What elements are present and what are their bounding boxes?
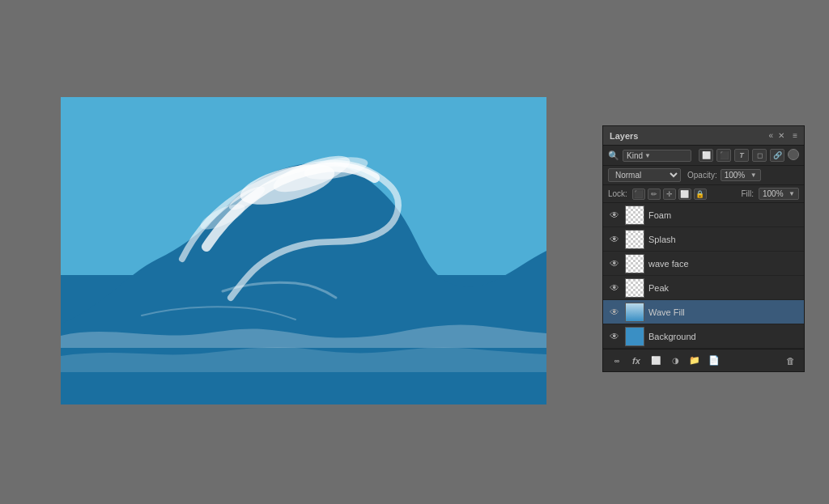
panel-menu-icon[interactable]: ≡ <box>793 131 797 140</box>
panel-footer: ∞ fx ⬜ ◑ 📁 📄 🗑 <box>603 349 804 371</box>
layer-name: wave face <box>648 259 799 269</box>
layer-thumbnail <box>625 327 644 346</box>
layer-thumbnail <box>625 205 644 225</box>
layer-row[interactable]: 👁Peak <box>603 276 804 300</box>
filter-icons: ⬜ ⬛ T ◻ 🔗 <box>699 149 799 162</box>
panel-header: Layers « ✕ ≡ <box>603 126 804 146</box>
layer-name: Foam <box>648 210 799 220</box>
layers-list: 👁Foam👁Splash👁wave face👁Peak👁Wave Fill👁Ba… <box>603 203 804 349</box>
layer-name: Wave Fill <box>648 307 799 317</box>
add-mask-icon[interactable]: ⬜ <box>648 354 663 368</box>
filter-toggle[interactable] <box>788 149 799 160</box>
new-layer-icon[interactable]: 📄 <box>707 354 721 368</box>
layer-row[interactable]: 👁Splash <box>603 227 804 252</box>
filter-type-icon[interactable]: T <box>734 149 749 162</box>
adjustment-icon[interactable]: ◑ <box>668 354 682 368</box>
fill-value[interactable]: 100% <box>763 189 789 198</box>
lock-transparent-btn[interactable]: ⬛ <box>632 188 645 200</box>
lock-label: Lock: <box>608 189 627 198</box>
layer-name: Splash <box>648 235 799 244</box>
filter-image-icon[interactable]: ⬜ <box>699 149 713 162</box>
layer-name: Background <box>648 332 799 341</box>
lock-all-btn[interactable]: 🔒 <box>694 188 707 200</box>
fill-label: Fill: <box>741 189 754 198</box>
link-layers-icon[interactable]: ∞ <box>610 354 624 368</box>
delete-layer-icon[interactable]: 🗑 <box>783 354 797 368</box>
lock-artboard-btn[interactable]: ⬜ <box>678 188 691 200</box>
visibility-eye-icon[interactable]: 👁 <box>608 306 621 319</box>
visibility-eye-icon[interactable]: 👁 <box>608 257 621 270</box>
blend-mode-row: Normal Multiply Screen Overlay Opacity: … <box>603 166 804 185</box>
lock-row: Lock: ⬛ ✏ ✛ ⬜ 🔒 Fill: 100% ▼ <box>603 185 804 203</box>
layer-name: Peak <box>648 283 799 293</box>
fill-arrow[interactable]: ▼ <box>789 190 795 197</box>
kind-dropdown[interactable]: Kind ▼ <box>623 150 691 162</box>
filter-smart-icon[interactable]: 🔗 <box>770 149 784 162</box>
visibility-eye-icon[interactable]: 👁 <box>608 330 621 343</box>
layer-row[interactable]: 👁Foam <box>603 203 804 227</box>
filter-row: 🔍 Kind ▼ ⬜ ⬛ T ◻ 🔗 <box>603 146 804 166</box>
blend-mode-select[interactable]: Normal Multiply Screen Overlay <box>608 168 681 182</box>
opacity-value[interactable]: 100% <box>725 171 750 180</box>
lock-position-btn[interactable]: ✛ <box>663 188 676 200</box>
lock-image-btn[interactable]: ✏ <box>648 188 661 200</box>
kind-chevron: ▼ <box>644 152 651 159</box>
lock-icons: ⬛ ✏ ✛ ⬜ 🔒 <box>632 188 707 200</box>
layer-row[interactable]: 👁Background <box>603 324 804 349</box>
panel-header-icons: « ✕ ≡ <box>769 131 797 140</box>
layer-thumbnail <box>625 230 644 249</box>
filter-shape-icon[interactable]: ◻ <box>752 149 767 162</box>
close-icon[interactable]: ✕ <box>778 131 784 140</box>
fx-icon[interactable]: fx <box>629 354 644 368</box>
opacity-label: Opacity: <box>687 171 717 180</box>
filter-adjust-icon[interactable]: ⬛ <box>716 149 731 162</box>
layer-row[interactable]: 👁wave face <box>603 252 804 276</box>
layer-thumbnail <box>625 303 644 322</box>
canvas-area <box>61 97 546 404</box>
layer-row[interactable]: 👁Wave Fill <box>603 300 804 324</box>
visibility-eye-icon[interactable]: 👁 <box>608 233 621 246</box>
search-icon: 🔍 <box>608 150 619 161</box>
collapse-icon[interactable]: « <box>769 131 774 140</box>
layer-thumbnail <box>625 278 644 298</box>
layers-panel: Layers « ✕ ≡ 🔍 Kind ▼ ⬜ ⬛ T ◻ 🔗 Normal M… <box>602 125 805 372</box>
panel-title: Layers <box>610 131 638 141</box>
visibility-eye-icon[interactable]: 👁 <box>608 282 621 294</box>
layer-thumbnail <box>625 254 644 273</box>
kind-label: Kind <box>627 151 643 160</box>
opacity-arrow[interactable]: ▼ <box>750 172 757 179</box>
visibility-eye-icon[interactable]: 👁 <box>608 209 621 222</box>
new-group-icon[interactable]: 📁 <box>687 354 702 368</box>
